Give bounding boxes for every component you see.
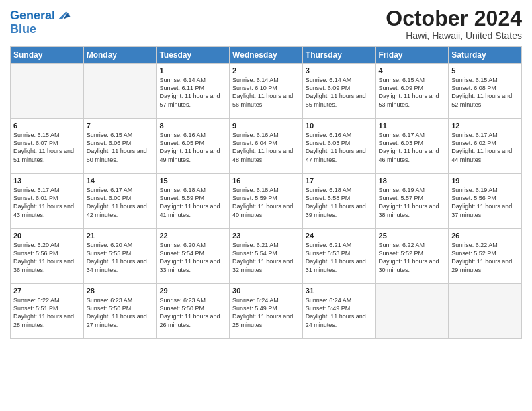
calendar-cell: 1Sunrise: 6:14 AM Sunset: 6:11 PM Daylig…: [157, 64, 230, 119]
calendar-cell: 7Sunrise: 6:15 AM Sunset: 6:06 PM Daylig…: [83, 119, 157, 174]
calendar-week-row: 1Sunrise: 6:14 AM Sunset: 6:11 PM Daylig…: [11, 64, 522, 119]
cell-text: Sunrise: 6:17 AM Sunset: 6:03 PM Dayligh…: [379, 131, 446, 164]
calendar-cell: 26Sunrise: 6:22 AM Sunset: 5:52 PM Dayli…: [449, 229, 522, 284]
cell-text: Sunrise: 6:21 AM Sunset: 5:54 PM Dayligh…: [232, 241, 300, 274]
day-number: 3: [306, 66, 373, 75]
calendar-cell: [11, 64, 84, 119]
calendar-cell: 8Sunrise: 6:16 AM Sunset: 6:05 PM Daylig…: [157, 119, 230, 174]
cell-text: Sunrise: 6:17 AM Sunset: 6:01 PM Dayligh…: [13, 186, 81, 219]
calendar-cell: 17Sunrise: 6:18 AM Sunset: 5:58 PM Dayli…: [302, 174, 375, 229]
day-number: 8: [159, 122, 226, 130]
day-number: 28: [87, 287, 154, 295]
calendar-week-row: 13Sunrise: 6:17 AM Sunset: 6:01 PM Dayli…: [11, 174, 522, 229]
weekday-header-row: SundayMondayTuesdayWednesdayThursdayFrid…: [11, 47, 522, 64]
cell-text: Sunrise: 6:15 AM Sunset: 6:08 PM Dayligh…: [451, 76, 519, 109]
calendar-cell: 19Sunrise: 6:19 AM Sunset: 5:56 PM Dayli…: [449, 174, 522, 229]
logo-blue: Blue: [10, 23, 71, 36]
calendar-cell: 11Sunrise: 6:17 AM Sunset: 6:03 PM Dayli…: [375, 119, 449, 174]
day-number: 4: [379, 66, 446, 75]
weekday-header-sunday: Sunday: [11, 47, 84, 64]
cell-text: Sunrise: 6:18 AM Sunset: 5:58 PM Dayligh…: [306, 186, 373, 219]
cell-text: Sunrise: 6:23 AM Sunset: 5:50 PM Dayligh…: [159, 296, 226, 329]
calendar-cell: 3Sunrise: 6:14 AM Sunset: 6:09 PM Daylig…: [302, 64, 375, 119]
day-number: 2: [232, 66, 300, 75]
cell-text: Sunrise: 6:20 AM Sunset: 5:54 PM Dayligh…: [159, 241, 226, 274]
calendar-cell: 31Sunrise: 6:24 AM Sunset: 5:49 PM Dayli…: [302, 284, 375, 339]
day-number: 11: [379, 122, 446, 130]
cell-text: Sunrise: 6:16 AM Sunset: 6:05 PM Dayligh…: [159, 131, 226, 164]
logo: General Blue: [10, 7, 71, 36]
day-number: 20: [13, 232, 81, 240]
day-number: 14: [87, 177, 154, 185]
calendar-cell: [375, 284, 449, 339]
day-number: 23: [232, 232, 300, 240]
day-number: 10: [306, 122, 373, 130]
weekday-header-friday: Friday: [375, 47, 449, 64]
cell-text: Sunrise: 6:22 AM Sunset: 5:52 PM Dayligh…: [451, 241, 519, 274]
cell-text: Sunrise: 6:16 AM Sunset: 6:04 PM Dayligh…: [232, 131, 300, 164]
cell-text: Sunrise: 6:15 AM Sunset: 6:07 PM Dayligh…: [13, 131, 81, 164]
calendar-cell: 20Sunrise: 6:20 AM Sunset: 5:56 PM Dayli…: [11, 229, 84, 284]
cell-text: Sunrise: 6:23 AM Sunset: 5:50 PM Dayligh…: [87, 296, 154, 329]
day-number: 9: [232, 122, 300, 130]
day-number: 24: [306, 232, 373, 240]
calendar-cell: 21Sunrise: 6:20 AM Sunset: 5:55 PM Dayli…: [83, 229, 157, 284]
page: General Blue October 2024 Hawi, Hawaii, …: [0, 0, 532, 411]
day-number: 19: [451, 177, 519, 185]
cell-text: Sunrise: 6:20 AM Sunset: 5:55 PM Dayligh…: [87, 241, 154, 274]
cell-text: Sunrise: 6:15 AM Sunset: 6:06 PM Dayligh…: [87, 131, 154, 164]
calendar-cell: [449, 284, 522, 339]
cell-text: Sunrise: 6:16 AM Sunset: 6:03 PM Dayligh…: [306, 131, 373, 164]
day-number: 31: [306, 287, 373, 295]
cell-text: Sunrise: 6:14 AM Sunset: 6:11 PM Dayligh…: [159, 76, 226, 109]
day-number: 5: [451, 66, 519, 75]
calendar-cell: 22Sunrise: 6:20 AM Sunset: 5:54 PM Dayli…: [157, 229, 230, 284]
weekday-header-thursday: Thursday: [302, 47, 375, 64]
day-number: 6: [13, 122, 81, 130]
cell-text: Sunrise: 6:18 AM Sunset: 5:59 PM Dayligh…: [232, 186, 300, 219]
cell-text: Sunrise: 6:15 AM Sunset: 6:09 PM Dayligh…: [379, 76, 446, 109]
title-block: October 2024 Hawi, Hawaii, United States: [386, 7, 522, 41]
cell-text: Sunrise: 6:22 AM Sunset: 5:52 PM Dayligh…: [379, 241, 446, 274]
cell-text: Sunrise: 6:20 AM Sunset: 5:56 PM Dayligh…: [13, 241, 81, 274]
calendar-cell: 5Sunrise: 6:15 AM Sunset: 6:08 PM Daylig…: [449, 64, 522, 119]
cell-text: Sunrise: 6:17 AM Sunset: 6:00 PM Dayligh…: [87, 186, 154, 219]
calendar-cell: 13Sunrise: 6:17 AM Sunset: 6:01 PM Dayli…: [11, 174, 84, 229]
calendar-cell: 9Sunrise: 6:16 AM Sunset: 6:04 PM Daylig…: [230, 119, 303, 174]
weekday-header-monday: Monday: [83, 47, 157, 64]
cell-text: Sunrise: 6:21 AM Sunset: 5:53 PM Dayligh…: [306, 241, 373, 274]
calendar-week-row: 20Sunrise: 6:20 AM Sunset: 5:56 PM Dayli…: [11, 229, 522, 284]
cell-text: Sunrise: 6:24 AM Sunset: 5:49 PM Dayligh…: [232, 296, 300, 329]
month-title: October 2024: [386, 7, 522, 30]
calendar-week-row: 27Sunrise: 6:22 AM Sunset: 5:51 PM Dayli…: [11, 284, 522, 339]
calendar-cell: 18Sunrise: 6:19 AM Sunset: 5:57 PM Dayli…: [375, 174, 449, 229]
day-number: 13: [13, 177, 81, 185]
cell-text: Sunrise: 6:19 AM Sunset: 5:56 PM Dayligh…: [451, 186, 519, 219]
calendar-table: SundayMondayTuesdayWednesdayThursdayFrid…: [10, 46, 522, 339]
calendar-cell: 15Sunrise: 6:18 AM Sunset: 5:59 PM Dayli…: [157, 174, 230, 229]
weekday-header-tuesday: Tuesday: [157, 47, 230, 64]
weekday-header-wednesday: Wednesday: [230, 47, 303, 64]
cell-text: Sunrise: 6:14 AM Sunset: 6:10 PM Dayligh…: [232, 76, 300, 109]
cell-text: Sunrise: 6:18 AM Sunset: 5:59 PM Dayligh…: [159, 186, 226, 219]
calendar-cell: 29Sunrise: 6:23 AM Sunset: 5:50 PM Dayli…: [157, 284, 230, 339]
calendar-cell: 12Sunrise: 6:17 AM Sunset: 6:02 PM Dayli…: [449, 119, 522, 174]
day-number: 29: [159, 287, 226, 295]
calendar-cell: 4Sunrise: 6:15 AM Sunset: 6:09 PM Daylig…: [375, 64, 449, 119]
calendar-cell: 24Sunrise: 6:21 AM Sunset: 5:53 PM Dayli…: [302, 229, 375, 284]
calendar-cell: 25Sunrise: 6:22 AM Sunset: 5:52 PM Dayli…: [375, 229, 449, 284]
day-number: 26: [451, 232, 519, 240]
day-number: 17: [306, 177, 373, 185]
day-number: 1: [159, 66, 226, 75]
calendar-cell: 6Sunrise: 6:15 AM Sunset: 6:07 PM Daylig…: [11, 119, 84, 174]
calendar-cell: 28Sunrise: 6:23 AM Sunset: 5:50 PM Dayli…: [83, 284, 157, 339]
day-number: 22: [159, 232, 226, 240]
logo-icon: [56, 8, 71, 23]
calendar-cell: 14Sunrise: 6:17 AM Sunset: 6:00 PM Dayli…: [83, 174, 157, 229]
day-number: 15: [159, 177, 226, 185]
location-subtitle: Hawi, Hawaii, United States: [386, 30, 522, 41]
day-number: 18: [379, 177, 446, 185]
day-number: 7: [87, 122, 154, 130]
day-number: 30: [232, 287, 300, 295]
logo-text: General: [10, 9, 55, 23]
